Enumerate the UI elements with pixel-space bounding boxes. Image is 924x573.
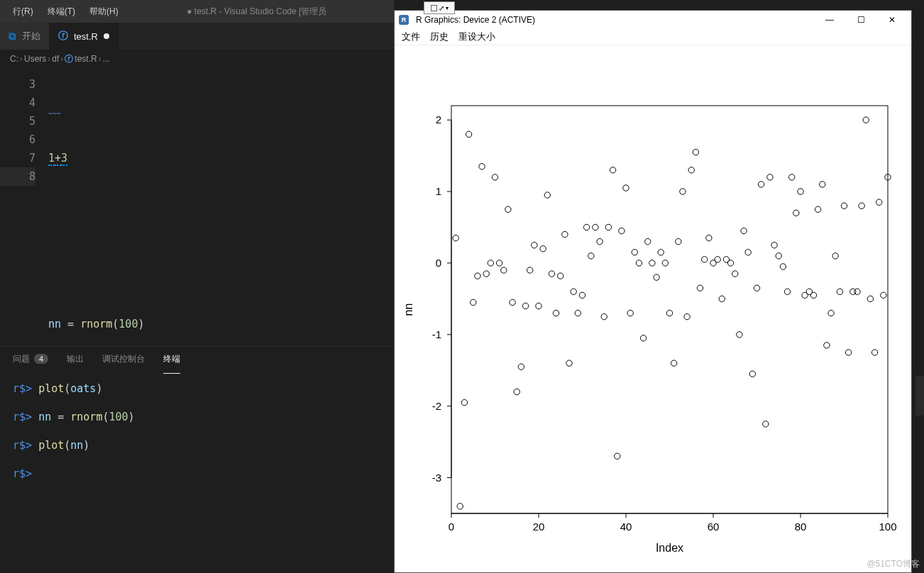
svg-point-73 [645,238,651,244]
tab-file-label: test.R [74,31,98,42]
svg-point-56 [571,289,576,294]
svg-point-112 [815,206,820,212]
svg-point-62 [597,238,603,244]
r-logo-icon: R [399,15,409,25]
svg-point-74 [649,260,655,266]
tab-start-label: 开始 [22,30,40,43]
modified-indicator-icon [104,33,109,39]
menu-run[interactable]: 行(R) [6,0,40,23]
breadcrumb-seg[interactable]: C: [10,54,18,64]
svg-text:0: 0 [436,257,441,269]
svg-point-90 [719,296,725,301]
svg-point-61 [593,224,598,230]
svg-point-39 [496,260,502,266]
svg-point-99 [758,182,764,187]
svg-point-50 [544,192,550,198]
svg-point-71 [636,260,642,266]
svg-point-49 [540,246,546,252]
panel-tab-terminal[interactable]: 终端 [163,350,180,368]
terminal-line: r$> [13,466,381,482]
svg-text:-2: -2 [432,400,441,412]
svg-point-64 [605,224,611,230]
svg-point-82 [684,313,690,319]
svg-text:-3: -3 [432,472,441,484]
breadcrumb-more[interactable]: ... [103,54,110,64]
svg-text:100: 100 [879,521,896,533]
svg-point-57 [575,310,581,316]
capture-handle-icon[interactable]: ⤢▾ [424,1,455,14]
breadcrumb-seg[interactable]: df [52,54,59,64]
r-graphics-window: R R Graphics: Device 2 (ACTIVE) — ☐ ✕ 文件… [394,10,912,573]
code-content[interactable]: ~~~ 1+3 nn = rnorm(100) plot(nn) [48,68,394,346]
terminal-content[interactable]: r$> plot(oats) r$> nn = rnorm(100) r$> p… [0,371,394,573]
svg-point-63 [601,313,607,319]
svg-point-48 [536,303,541,308]
panel-tab-problems[interactable]: 问题 4 [13,350,48,368]
r-menu-history[interactable]: 历史 [430,30,449,43]
r-titlebar[interactable]: R R Graphics: Device 2 (ACTIVE) — ☐ ✕ [395,11,911,28]
svg-point-95 [741,228,747,233]
svg-point-100 [763,421,769,427]
r-file-icon: ⓡ [65,53,73,65]
side-strip [915,376,924,416]
svg-point-94 [737,332,742,338]
svg-text:0: 0 [449,521,454,533]
line-gutter: 3 4 5 6 7 8 [0,68,48,346]
svg-point-72 [640,335,646,341]
svg-point-102 [771,243,777,248]
svg-point-89 [715,257,720,262]
svg-point-52 [553,310,559,316]
bottom-panel: 问题 4 输出 调试控制台 终端 r$> plot(oats) r$> nn =… [0,346,394,573]
svg-point-40 [501,267,507,273]
terminal-line: r$> plot(nn) [13,438,381,453]
svg-point-84 [693,149,698,155]
svg-point-47 [532,243,537,248]
svg-point-119 [845,350,851,355]
menu-help[interactable]: 帮助(H) [82,0,126,23]
svg-point-114 [824,343,830,348]
problems-badge: 4 [34,354,48,364]
svg-point-35 [479,164,485,169]
svg-point-75 [654,274,659,280]
panel-tab-output[interactable]: 输出 [67,350,84,368]
svg-point-68 [623,185,629,191]
r-menu-reset[interactable]: 重设大小 [458,30,495,43]
svg-point-79 [671,360,676,366]
svg-point-58 [579,292,585,298]
svg-point-85 [697,285,703,291]
svg-point-38 [492,174,497,180]
tab-file[interactable]: ⓡ test.R [50,23,119,50]
panel-tab-debug[interactable]: 调试控制台 [102,350,145,368]
svg-point-60 [588,253,594,259]
svg-point-123 [863,117,869,123]
plot-svg: 020406080100-3-2-1012Indexnn [395,45,913,570]
breadcrumbs[interactable]: C:› Users› df› ⓡ test.R› ... [0,50,394,68]
svg-text:Index: Index [656,542,683,554]
terminal-line: r$> plot(oats) [13,381,381,396]
svg-point-121 [854,289,860,294]
menu-terminal[interactable]: 终端(T) [40,0,82,23]
code-editor[interactable]: 3 4 5 6 7 8 ~~~ 1+3 nn = rnorm(100) plot… [0,68,394,346]
svg-point-65 [610,167,615,173]
close-button[interactable]: ✕ [877,11,907,28]
minimize-button[interactable]: — [815,11,845,28]
editor-tabs: ⧉ 开始 ⓡ test.R [0,23,394,50]
tab-start[interactable]: ⧉ 开始 [0,23,50,50]
svg-point-97 [749,371,755,377]
svg-text:1: 1 [436,185,441,197]
breadcrumb-seg[interactable]: test.R [75,54,97,64]
svg-point-54 [562,231,568,237]
svg-point-108 [798,189,803,194]
svg-point-32 [466,131,471,137]
breadcrumb-seg[interactable]: Users [24,54,46,64]
svg-point-69 [627,310,633,316]
window-title: ● test.R - Visual Studio Code [管理员 [126,6,388,18]
svg-point-92 [727,260,733,266]
maximize-button[interactable]: ☐ [846,11,876,28]
svg-point-117 [837,289,842,294]
svg-rect-0 [451,106,888,513]
menubar: 行(R) 终端(T) 帮助(H) ● test.R - Visual Studi… [0,0,394,23]
r-menu-file[interactable]: 文件 [402,30,420,43]
svg-point-122 [859,203,864,208]
svg-text:2: 2 [436,113,441,126]
